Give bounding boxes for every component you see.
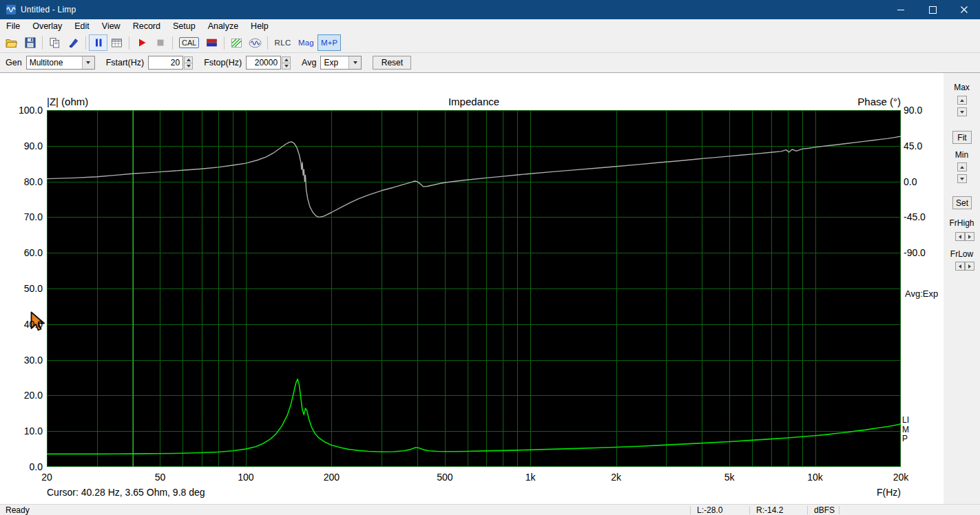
frlow-left-button[interactable] xyxy=(955,262,965,271)
close-icon xyxy=(961,6,968,13)
menu-record[interactable]: Record xyxy=(127,19,167,33)
close-button[interactable] xyxy=(948,0,980,19)
chart-title: Impedance xyxy=(47,96,901,107)
x-axis-title: F(Hz) xyxy=(854,487,901,498)
menu-file[interactable]: File xyxy=(0,19,26,33)
data-table-button[interactable] xyxy=(107,34,126,51)
min-down-button[interactable] xyxy=(957,174,967,183)
pause-button[interactable] xyxy=(89,34,107,51)
toolbar-separator xyxy=(267,36,268,50)
save-button[interactable] xyxy=(21,34,39,51)
mag-phase-button[interactable]: M+P xyxy=(317,34,342,51)
frhigh-label: FrHigh xyxy=(943,218,980,228)
x-axis-tick: 20k xyxy=(893,472,909,483)
dropdown-arrow-icon[interactable] xyxy=(82,56,94,69)
menu-help[interactable]: Help xyxy=(244,19,275,33)
menu-overlay[interactable]: Overlay xyxy=(26,19,68,33)
menu-analyze[interactable]: Analyze xyxy=(202,19,244,33)
fstart-label: Fstart(Hz) xyxy=(106,58,145,67)
avg-label: Avg xyxy=(302,58,316,67)
max-down-button[interactable] xyxy=(957,107,967,116)
limp-watermark: LIMP xyxy=(902,416,910,444)
left-level: L:-28.0 xyxy=(697,505,722,515)
phase-axis-tick: 90.0 xyxy=(904,105,922,116)
toolbar-separator xyxy=(224,36,225,50)
stop-button[interactable] xyxy=(151,34,169,51)
fstop-value[interactable]: 20000 xyxy=(246,56,281,70)
sine-signal-button[interactable] xyxy=(246,34,264,51)
minimize-button[interactable] xyxy=(885,0,917,19)
toolbar: CAL RLC Mag M+P xyxy=(0,33,980,53)
status-separator xyxy=(839,506,840,514)
calibrate-button[interactable]: CAL xyxy=(176,34,202,51)
phase-curve xyxy=(47,136,901,217)
phase-axis-tick: 0.0 xyxy=(904,176,917,187)
side-panel: Max Fit Min Set FrHigh FrLow xyxy=(943,73,980,504)
generator-bar: Gen Multitone Fstart(Hz) 20 Fstop(Hz) 20… xyxy=(0,53,980,73)
rlc-label: RLC xyxy=(274,39,291,47)
impedance-plot[interactable] xyxy=(47,110,901,467)
fstart-down-button[interactable] xyxy=(184,63,193,70)
mag-label: Mag xyxy=(298,39,314,47)
level-meter-button[interactable] xyxy=(202,34,221,51)
right-level: R:-14.2 xyxy=(756,505,783,515)
set-button[interactable]: Set xyxy=(952,196,972,209)
avg-select[interactable]: Exp xyxy=(320,56,362,70)
status-text: Ready xyxy=(6,505,30,515)
window-controls xyxy=(885,0,980,19)
record-button[interactable] xyxy=(132,34,151,51)
reset-button[interactable]: Reset xyxy=(373,56,411,70)
rlc-button[interactable]: RLC xyxy=(271,34,295,51)
y-axis-tick: 10.0 xyxy=(0,425,43,437)
open-folder-icon xyxy=(6,38,18,48)
fstart-input[interactable]: 20 xyxy=(148,56,193,70)
min-label: Min xyxy=(943,150,980,160)
pause-icon xyxy=(94,38,103,48)
noise-signal-button[interactable] xyxy=(227,34,246,51)
dropdown-arrow-icon[interactable] xyxy=(348,56,361,69)
maximize-button[interactable] xyxy=(917,0,948,19)
min-up-button[interactable] xyxy=(957,162,967,171)
fstart-value[interactable]: 20 xyxy=(148,56,183,70)
avg-mode-display: Avg:Exp xyxy=(905,288,938,299)
sine-wave-icon xyxy=(249,38,262,48)
fstop-label: Fstop(Hz) xyxy=(204,58,242,67)
status-separator xyxy=(749,506,750,514)
gen-label: Gen xyxy=(6,58,22,67)
x-axis-tick: 20 xyxy=(41,472,52,483)
marker-button[interactable] xyxy=(64,34,83,51)
status-separator xyxy=(807,506,808,514)
x-axis-tick: 2k xyxy=(611,472,621,483)
frlow-right-button[interactable] xyxy=(965,262,974,271)
y-axis-tick: 30.0 xyxy=(0,355,43,366)
x-axis-tick: 1k xyxy=(525,472,536,483)
generator-type-select[interactable]: Multitone xyxy=(26,56,95,70)
pen-icon xyxy=(68,37,79,48)
window-title: Untitled - Limp xyxy=(21,5,76,14)
impedance-curve xyxy=(47,379,901,454)
copy-button[interactable] xyxy=(45,34,64,51)
fstop-down-button[interactable] xyxy=(282,63,291,70)
menubar: File Overlay Edit View Record Setup Anal… xyxy=(0,19,980,33)
menu-setup[interactable]: Setup xyxy=(167,19,202,33)
app-icon xyxy=(5,4,17,16)
frhigh-left-button[interactable] xyxy=(955,232,965,241)
open-button[interactable] xyxy=(2,34,21,51)
limp-window: { "window": { "title": "Untitled - Limp"… xyxy=(0,0,980,515)
max-up-button[interactable] xyxy=(957,96,967,105)
minimize-icon xyxy=(897,10,904,10)
menu-view[interactable]: View xyxy=(96,19,127,33)
toolbar-separator xyxy=(129,36,129,50)
menu-edit[interactable]: Edit xyxy=(68,19,96,33)
phase-axis-tick: 45.0 xyxy=(904,140,922,151)
x-axis-tick: 50 xyxy=(155,472,166,483)
chart-area: |Z| (ohm) Impedance Phase (°) Cursor: 40… xyxy=(0,73,980,504)
frhigh-right-button[interactable] xyxy=(965,232,974,241)
record-play-icon xyxy=(136,37,147,48)
fstop-input[interactable]: 20000 xyxy=(246,56,291,70)
fit-button[interactable]: Fit xyxy=(952,131,972,144)
x-axis-tick: 500 xyxy=(437,472,452,483)
phase-axis-tick: -90.0 xyxy=(904,247,926,258)
x-axis-tick: 100 xyxy=(238,472,253,483)
mag-button[interactable]: Mag xyxy=(295,34,317,51)
